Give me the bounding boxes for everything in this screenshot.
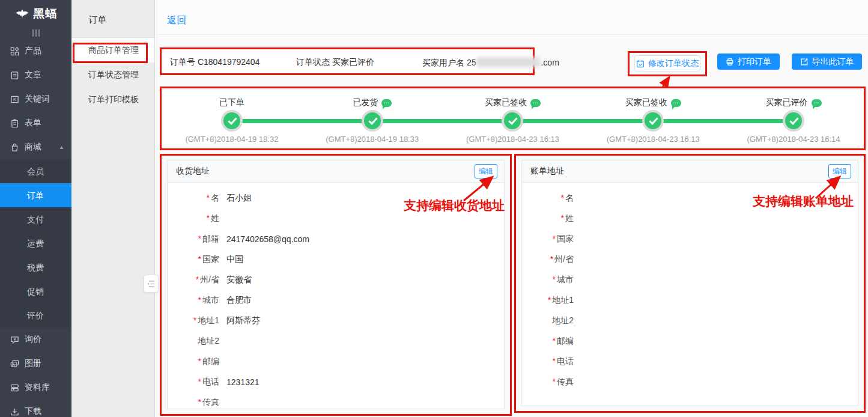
- field-label: 国家: [202, 254, 219, 264]
- timeline-step-reviewed: 买家已评价 (GMT+8)2018-04-23 16:14: [723, 88, 864, 148]
- field-value: 中国: [226, 254, 243, 265]
- field-label: 邮编: [202, 356, 219, 366]
- step-time: (GMT+8)2018-04-23 16:14: [723, 135, 864, 144]
- required-star: *: [553, 356, 556, 366]
- indent-list-icon: [147, 280, 156, 288]
- required-star: *: [553, 377, 556, 386]
- field-label: 名: [565, 193, 574, 202]
- submenu-item-order-print-template[interactable]: 订单打印模板: [71, 87, 154, 112]
- order-status-value: 买家已评价: [332, 57, 374, 67]
- sidebar-item-product[interactable]: 产品: [0, 39, 71, 63]
- sidebar-item-payment[interactable]: 支付: [0, 207, 71, 231]
- field-state: *州/省安徽省: [168, 270, 504, 290]
- sidebar-item-article[interactable]: 文章: [0, 63, 71, 87]
- field-state: *州/省: [522, 249, 858, 270]
- step-label: 买家已评价: [766, 97, 808, 108]
- required-star: *: [207, 193, 210, 202]
- billing-fields: *名 *姓 *国家 *州/省 *城市 *地址1 地址2 *邮编 *电话 *传真: [522, 183, 858, 392]
- field-address2: 地址2: [522, 311, 858, 331]
- buyer-username: 买家用户名 25.com: [422, 57, 559, 68]
- step-time: (GMT+8)2018-04-23 16:13: [443, 135, 583, 144]
- export-icon: [800, 58, 809, 66]
- field-country: *国家: [522, 229, 858, 249]
- comment-bubble-icon[interactable]: [812, 99, 822, 107]
- sidebar-item-members[interactable]: 会员: [0, 159, 71, 183]
- field-label: 城市: [202, 295, 219, 305]
- sidebar-item-label: 询价: [25, 334, 41, 345]
- shipping-fields: *名石小姐 *姓 *邮箱2417402658@qq.com *国家中国 *州/省…: [168, 183, 504, 413]
- order-number-value: C180419792404: [198, 57, 260, 67]
- step-label: 已发货: [353, 97, 378, 108]
- required-star: *: [553, 336, 556, 345]
- field-label: 姓: [565, 213, 574, 223]
- print-order-button[interactable]: 打印订单: [717, 53, 780, 70]
- sidebar-item-tax[interactable]: 税费: [0, 255, 71, 279]
- sidebar-item-orders[interactable]: 订单: [0, 183, 71, 207]
- sidebar-item-label: 产品: [25, 46, 41, 56]
- field-fax: *传真: [522, 372, 858, 392]
- step-time: (GMT+8)2018-04-19 18:33: [302, 135, 443, 144]
- sidebar-item-shipping-fee[interactable]: 运费: [0, 231, 71, 255]
- inquiry-bubble-icon: ¥: [10, 335, 19, 344]
- comment-bubble-icon[interactable]: [381, 99, 392, 107]
- order-timeline: 已下单 (GMT+8)2018-04-19 18:32 已发货 (GMT+8)2…: [160, 87, 866, 150]
- article-icon: [10, 71, 19, 80]
- sidebar-item-albums[interactable]: 图册: [0, 352, 71, 376]
- sidebar-item-keywords[interactable]: K 关键词: [0, 87, 71, 111]
- sidebar-item-download[interactable]: 下载: [0, 400, 71, 417]
- step-label: 已下单: [219, 97, 244, 108]
- sidebar-item-mall[interactable]: 商城: [0, 135, 71, 159]
- submenu-annotation-box: [73, 43, 148, 63]
- sidebar-item-label: 文章: [25, 70, 41, 81]
- comment-bubble-icon[interactable]: [671, 99, 681, 107]
- modify-order-status-label: 修改订单状态: [648, 58, 699, 69]
- required-star: *: [207, 213, 210, 223]
- timeline-step-placed: 已下单 (GMT+8)2018-04-19 18:32: [162, 88, 302, 148]
- back-link[interactable]: 返回: [167, 14, 186, 27]
- step-check-icon: [364, 112, 381, 129]
- field-label: 名: [211, 193, 219, 202]
- modify-order-status-button[interactable]: 修改订单状态: [634, 55, 700, 72]
- submenu-item-order-status-management[interactable]: 订单状态管理: [71, 62, 154, 87]
- field-label: 电话: [202, 377, 219, 386]
- field-label: 传真: [557, 377, 574, 386]
- field-value: 石小姐: [226, 193, 252, 204]
- required-star: *: [193, 315, 196, 325]
- printer-icon: [726, 58, 734, 66]
- required-star: *: [550, 254, 553, 264]
- field-address1: *地址1: [522, 290, 858, 311]
- sidebar-item-library[interactable]: 资料库: [0, 376, 71, 400]
- field-label: 电话: [557, 356, 574, 366]
- field-label: 州/省: [554, 254, 574, 264]
- sidebar-item-inquiry[interactable]: ¥ 询价: [0, 327, 71, 352]
- buyer-username-prefix: 25: [467, 58, 476, 67]
- keyword-icon: K: [10, 95, 19, 104]
- step-label: 买家已签收: [625, 97, 667, 108]
- field-label: 姓: [211, 213, 219, 223]
- blurred-username: [476, 57, 540, 67]
- buyer-username-suffix: .com: [541, 58, 559, 67]
- comment-bubble-icon[interactable]: [530, 99, 541, 107]
- export-order-button[interactable]: 导出此订单: [792, 53, 862, 70]
- order-info-bar: 订单号 C180419792404 订单状态 买家已评价 买家用户名 25.co…: [160, 47, 535, 75]
- content-topbar: [156, 0, 868, 35]
- shipping-panel-title: 收货地址: [176, 166, 210, 177]
- sidebar-collapse-handle[interactable]: [0, 27, 71, 39]
- field-fax: *传真: [168, 392, 504, 413]
- field-address2: 地址2: [168, 331, 504, 352]
- required-star: *: [561, 213, 564, 223]
- field-label: 国家: [557, 234, 574, 243]
- field-value: 安徽省: [226, 275, 252, 285]
- field-label: 地址2: [552, 315, 574, 325]
- sidebar-item-forms[interactable]: 表单: [0, 111, 71, 135]
- step-check-icon: [223, 112, 240, 129]
- required-star: *: [198, 295, 201, 305]
- billing-panel-title: 账单地址: [530, 166, 564, 177]
- brand-name: 黑蝠: [33, 6, 57, 22]
- field-city: *城市合肥市: [168, 290, 504, 311]
- step-check-icon: [504, 112, 521, 129]
- field-value: 阿斯蒂芬: [226, 315, 260, 326]
- timeline-step-received-1: 买家已签收 (GMT+8)2018-04-23 16:13: [443, 88, 583, 148]
- sidebar-item-reviews[interactable]: 评价: [0, 303, 71, 327]
- sidebar-item-promotion[interactable]: 促销: [0, 279, 71, 303]
